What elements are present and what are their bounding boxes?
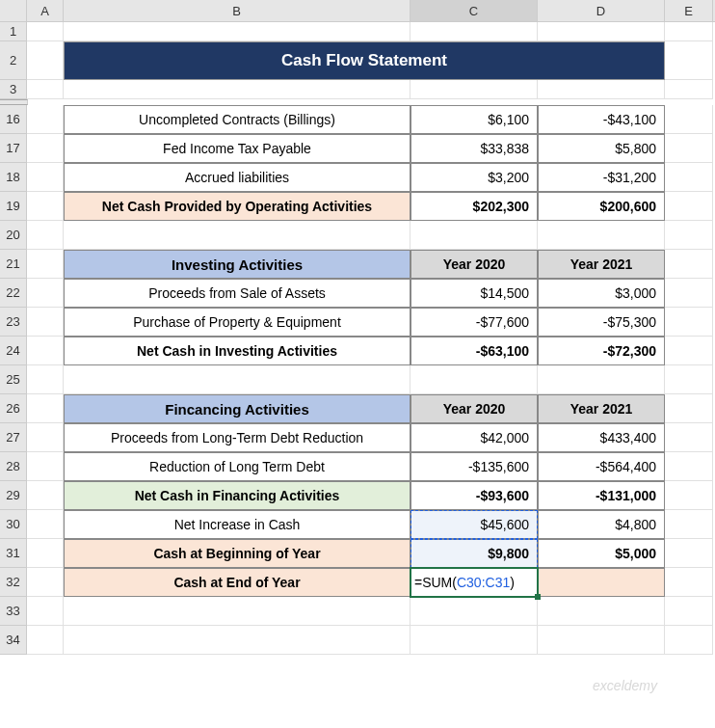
row-21: 21 Investing Activities Year 2020 Year 2… xyxy=(0,250,715,279)
row-22: 22 Proceeds from Sale of Assets $14,500 … xyxy=(0,279,715,308)
fin-label-28[interactable]: Reduction of Long Term Debt xyxy=(64,452,410,481)
row-25: 25 xyxy=(0,365,715,394)
row-header-27[interactable]: 27 xyxy=(0,423,27,452)
op-y21-18[interactable]: -$31,200 xyxy=(538,163,665,192)
op-y21-16[interactable]: -$43,100 xyxy=(538,105,665,134)
fin-y21-27[interactable]: $433,400 xyxy=(538,423,665,452)
row-30: 30 Net Increase in Cash $45,600 $4,800 xyxy=(0,510,715,539)
row-header-34[interactable]: 34 xyxy=(0,626,27,655)
page-title: Cash Flow Statement xyxy=(64,41,665,80)
fin-label-27[interactable]: Proceeds from Long-Term Debt Reduction xyxy=(64,423,410,452)
op-label-16[interactable]: Uncompleted Contracts (Billings) xyxy=(64,105,410,134)
row-20: 20 xyxy=(0,221,715,250)
fin-label-31[interactable]: Cash at Beginning of Year xyxy=(64,539,410,568)
row-header-22[interactable]: 22 xyxy=(0,279,27,308)
row-29: 29 Net Cash in Financing Activities -$93… xyxy=(0,481,715,510)
op-label-18[interactable]: Accrued liabilities xyxy=(64,163,410,192)
fin-y20-27[interactable]: $42,000 xyxy=(410,423,538,452)
op-total-y20[interactable]: $202,300 xyxy=(410,192,538,221)
fill-handle[interactable] xyxy=(535,594,541,600)
inv-total-label[interactable]: Net Cash in Investing Activities xyxy=(64,337,410,365)
op-y20-16[interactable]: $6,100 xyxy=(410,105,538,134)
fin-label-30[interactable]: Net Increase in Cash xyxy=(64,510,410,539)
row-19: 19 Net Cash Provided by Operating Activi… xyxy=(0,192,715,221)
row-16: 16 Uncompleted Contracts (Billings) $6,1… xyxy=(0,105,715,134)
row-header-19[interactable]: 19 xyxy=(0,192,27,221)
fin-total-label[interactable]: Net Cash in Financing Activities xyxy=(64,481,410,510)
select-all-corner[interactable] xyxy=(0,0,27,21)
inv-y21-22[interactable]: $3,000 xyxy=(538,279,665,308)
row-header-28[interactable]: 28 xyxy=(0,452,27,481)
fin-col-c[interactable]: Year 2020 xyxy=(410,394,538,423)
fin-y21-32[interactable] xyxy=(538,568,665,597)
row-24: 24 Net Cash in Investing Activities -$63… xyxy=(0,337,715,365)
row-header-26[interactable]: 26 xyxy=(0,394,27,423)
fin-header[interactable]: Fincancing Activities xyxy=(64,394,410,423)
inv-y21-23[interactable]: -$75,300 xyxy=(538,308,665,337)
inv-y20-22[interactable]: $14,500 xyxy=(410,279,538,308)
row-header-32[interactable]: 32 xyxy=(0,568,27,597)
formula-text: =SUM(C30:C31) xyxy=(414,575,515,590)
row-header-30[interactable]: 30 xyxy=(0,510,27,539)
row-header-20[interactable]: 20 xyxy=(0,221,27,250)
fin-total-y20[interactable]: -$93,600 xyxy=(410,481,538,510)
row-28: 28 Reduction of Long Term Debt -$135,600… xyxy=(0,452,715,481)
row-34: 34 xyxy=(0,626,715,655)
row-27: 27 Proceeds from Long-Term Debt Reductio… xyxy=(0,423,715,452)
row-17: 17 Fed Income Tax Payable $33,838 $5,800 xyxy=(0,134,715,163)
fin-label-32[interactable]: Cash at End of Year xyxy=(64,568,410,597)
row-header-33[interactable]: 33 xyxy=(0,597,27,626)
row-1: 1 xyxy=(0,22,715,41)
inv-header[interactable]: Investing Activities xyxy=(64,250,410,279)
op-y20-17[interactable]: $33,838 xyxy=(410,134,538,163)
row-26: 26 Fincancing Activities Year 2020 Year … xyxy=(0,394,715,423)
watermark: exceldemy xyxy=(593,678,657,693)
col-header-D[interactable]: D xyxy=(538,0,665,21)
fin-y21-30[interactable]: $4,800 xyxy=(538,510,665,539)
row-header-18[interactable]: 18 xyxy=(0,163,27,192)
inv-col-c[interactable]: Year 2020 xyxy=(410,250,538,279)
fin-y21-31[interactable]: $5,000 xyxy=(538,539,665,568)
row-header-17[interactable]: 17 xyxy=(0,134,27,163)
fin-total-y21[interactable]: -$131,000 xyxy=(538,481,665,510)
fin-col-d[interactable]: Year 2021 xyxy=(538,394,665,423)
col-header-B[interactable]: B xyxy=(64,0,410,21)
row-header-25[interactable]: 25 xyxy=(0,365,27,394)
row-header-16[interactable]: 16 xyxy=(0,105,27,134)
column-headers: A B C D E xyxy=(0,0,715,22)
row-header-31[interactable]: 31 xyxy=(0,539,27,568)
row-2: 2 Cash Flow Statement xyxy=(0,41,715,80)
op-total-y21[interactable]: $200,600 xyxy=(538,192,665,221)
inv-y20-23[interactable]: -$77,600 xyxy=(410,308,538,337)
row-31: 31 Cash at Beginning of Year $9,800 $5,0… xyxy=(0,539,715,568)
op-total-label[interactable]: Net Cash Provided by Operating Activitie… xyxy=(64,192,410,221)
row-23: 23 Purchase of Property & Equipment -$77… xyxy=(0,308,715,337)
op-y20-18[interactable]: $3,200 xyxy=(410,163,538,192)
inv-total-y21[interactable]: -$72,300 xyxy=(538,337,665,365)
inv-label-22[interactable]: Proceeds from Sale of Assets xyxy=(64,279,410,308)
row-header-29[interactable]: 29 xyxy=(0,481,27,510)
row-32: 32 Cash at End of Year =SUM(C30:C31) xyxy=(0,568,715,597)
inv-col-d[interactable]: Year 2021 xyxy=(538,250,665,279)
row-18: 18 Accrued liabilities $3,200 -$31,200 xyxy=(0,163,715,192)
fin-y20-28[interactable]: -$135,600 xyxy=(410,452,538,481)
row-header-1[interactable]: 1 xyxy=(0,22,27,41)
fin-y20-31[interactable]: $9,800 xyxy=(410,539,538,568)
inv-label-23[interactable]: Purchase of Property & Equipment xyxy=(64,308,410,337)
op-y21-17[interactable]: $5,800 xyxy=(538,134,665,163)
row-header-3[interactable]: 3 xyxy=(0,80,27,99)
col-header-C[interactable]: C xyxy=(410,0,538,21)
fin-y20-30[interactable]: $45,600 xyxy=(410,510,538,539)
row-3: 3 xyxy=(0,80,715,99)
row-header-23[interactable]: 23 xyxy=(0,308,27,337)
row-header-21[interactable]: 21 xyxy=(0,250,27,279)
inv-total-y20[interactable]: -$63,100 xyxy=(410,337,538,365)
op-label-17[interactable]: Fed Income Tax Payable xyxy=(64,134,410,163)
row-header-2[interactable]: 2 xyxy=(0,41,27,80)
col-header-E[interactable]: E xyxy=(665,0,713,21)
fin-y21-28[interactable]: -$564,400 xyxy=(538,452,665,481)
col-header-A[interactable]: A xyxy=(27,0,64,21)
row-33: 33 xyxy=(0,597,715,626)
active-cell-C32[interactable]: =SUM(C30:C31) xyxy=(410,568,538,597)
row-header-24[interactable]: 24 xyxy=(0,337,27,365)
